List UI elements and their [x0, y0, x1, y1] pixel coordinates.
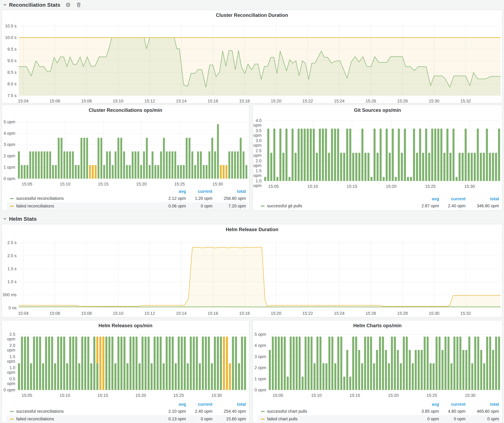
legend-sort-current[interactable]: current [186, 189, 212, 194]
legend-header: avgcurrenttotal [258, 196, 501, 202]
legend-avg-value: 0 opm [409, 417, 439, 422]
trash-icon[interactable] [76, 2, 82, 8]
y-tick-label: 9.5 s [2, 47, 17, 52]
x-tick-label: 15:20 [128, 393, 153, 398]
legend-series-label[interactable]: failed reconciliations [16, 417, 54, 422]
y-tick-label: 0 ns [2, 306, 17, 310]
x-tick-label: 15:22 [295, 311, 320, 316]
legend-row: successful git pulls2.87 opm2.40 opm346.… [258, 202, 501, 210]
panel-cluster-reconciliation-duration: Cluster Reconciliation Duration 10.5 s10… [1, 10, 503, 103]
x-tick-label: 15:28 [390, 99, 415, 103]
section-helm-stats[interactable]: Helm Stats [3, 215, 37, 222]
legend-row: successful reconciliations2.12 opm1.20 o… [6, 195, 247, 202]
y-tick-label: 2 opm [253, 365, 266, 370]
x-tick-label: 15:32 [453, 99, 478, 103]
x-tick-label: 15:10 [300, 184, 325, 189]
y-tick-label: 0 opm [2, 176, 15, 181]
y-tick-label: 0.5 opm [2, 376, 15, 386]
x-tick-label: 15:24 [327, 99, 352, 103]
legend-total-value: 0 opm [466, 417, 499, 422]
x-tick-label: 15:06 [42, 311, 67, 316]
x-tick-label: 15:20 [264, 311, 288, 316]
x-tick-label: 15:06 [42, 99, 67, 103]
x-tick-label: 15:30 [205, 182, 230, 186]
x-tick-label: 15:18 [232, 99, 257, 103]
legend-series-label[interactable]: successful chart pulls [267, 409, 307, 414]
x-tick-label: 15:05 [261, 184, 286, 189]
legend-total-value: 465.60 opm [466, 409, 499, 414]
legend-current-value: 0 opm [186, 417, 212, 422]
y-tick-label: 2.0 opm [2, 343, 15, 352]
legend-series-marker [261, 206, 265, 206]
x-tick-label: 15:20 [381, 393, 406, 398]
y-tick-label: 2.0 opm [253, 159, 262, 168]
legend-avg-value: 2.87 opm [409, 204, 439, 208]
legend-series-label[interactable]: successful git pulls [267, 204, 302, 208]
legend-sort-total[interactable]: total [466, 402, 499, 407]
y-tick-label: 1.5 opm [2, 354, 15, 364]
x-tick-label: 15:15 [90, 393, 115, 398]
bar-plot [268, 334, 501, 390]
x-tick-label: 15:16 [200, 311, 225, 316]
legend-sort-avg[interactable]: avg [156, 189, 186, 194]
legend-sort-avg[interactable]: avg [409, 402, 439, 407]
legend-row: failed chart pulls0 opm0 opm0 opm [258, 415, 501, 423]
legend-total-value: 7.20 opm [212, 204, 246, 209]
legend-total-value: 346.80 opm [466, 204, 499, 208]
legend-current-value: 0 opm [439, 417, 466, 422]
legend-header: avgcurrenttotal [6, 188, 247, 195]
legend-sort-avg[interactable]: avg [409, 197, 439, 201]
panel-helm-charts-ops: Helm Charts ops/min 5 opm4 opm3 opm2 opm… [252, 320, 503, 423]
legend-series-label[interactable]: failed chart pulls [267, 417, 298, 422]
y-tick-label: 0 opm [253, 388, 266, 392]
x-tick-label: 15:30 [458, 393, 483, 398]
panel-helm-release-duration: Helm Release Duration 2.5 s2.0 s1.5 s1.0… [1, 224, 503, 317]
y-tick-label: 2.5 opm [253, 148, 262, 158]
x-tick-label: 15:20 [379, 184, 404, 189]
x-tick-label: 15:12 [137, 311, 162, 316]
x-tick-label: 15:15 [342, 393, 367, 398]
panel-git-sources-ops: Git Sources ops/min 4.0 opm3.5 opm3.0 op… [252, 105, 503, 211]
chevron-down-icon [3, 217, 7, 221]
y-tick-label: 3 opm [2, 142, 15, 147]
x-tick-label: 15:12 [137, 99, 162, 103]
x-tick-label: 15:10 [304, 393, 329, 398]
legend-sort-total[interactable]: total [212, 402, 246, 407]
legend-sort-current[interactable]: current [439, 197, 466, 201]
gear-icon[interactable] [65, 2, 71, 8]
y-tick-label: 7.5 s [2, 93, 17, 98]
x-tick-label: 15:22 [295, 99, 320, 103]
x-tick-label: 15:26 [359, 99, 383, 103]
y-tick-label: 500 ms [2, 293, 17, 297]
x-tick-label: 15:05 [265, 393, 290, 398]
legend-series-label[interactable]: successful reconciliations [16, 409, 64, 414]
y-tick-label: 1.5 opm [253, 169, 262, 178]
legend-current-value: 1.20 opm [186, 196, 212, 201]
x-tick-label: 15:30 [421, 311, 446, 316]
x-tick-label: 15:10 [106, 99, 131, 103]
legend-sort-avg[interactable]: avg [156, 402, 186, 407]
legend-avg-value: 0.13 opm [156, 417, 186, 422]
legend-series-marker [261, 419, 265, 420]
legend-series-marker [10, 198, 14, 199]
y-tick-label: 3.5 opm [253, 128, 262, 138]
legend-series-label[interactable]: failed reconciliations [16, 204, 54, 209]
section-title: Reconciliation Stats [9, 2, 60, 8]
x-tick-label: 15:30 [421, 99, 446, 103]
legend-series-label[interactable]: successful reconciliations [16, 196, 64, 201]
cluster-reconciliation-duration-chart[interactable]: 10.5 s10.0 s9.5 s9.0 s8.5 s8.0 s7.5 s15:… [2, 10, 502, 103]
x-tick-label: 15:30 [457, 184, 482, 189]
legend-sort-total[interactable]: total [212, 189, 246, 194]
helm-release-duration-chart[interactable]: 2.5 s2.0 s1.5 s1.0 s500 ms0 ns15:0415:06… [2, 224, 502, 317]
legend-avg-value: 0.06 opm [156, 204, 186, 209]
git-sources-ops-chart[interactable]: 4.0 opm3.5 opm3.0 opm2.5 opm2.0 opm1.5 o… [253, 105, 502, 210]
x-tick-label: 15:05 [14, 393, 39, 398]
section-reconciliation-stats[interactable]: Reconciliation Stats [3, 1, 82, 8]
legend-sort-current[interactable]: current [439, 402, 466, 407]
legend-sort-current[interactable]: current [186, 402, 212, 407]
legend-row: failed reconciliations0.06 opm0 opm7.20 … [6, 202, 247, 210]
bar-plot [18, 334, 246, 390]
legend-sort-total[interactable]: total [466, 197, 499, 201]
x-tick-label: 15:14 [169, 99, 194, 103]
y-tick-label: 1.5 s [2, 266, 17, 271]
